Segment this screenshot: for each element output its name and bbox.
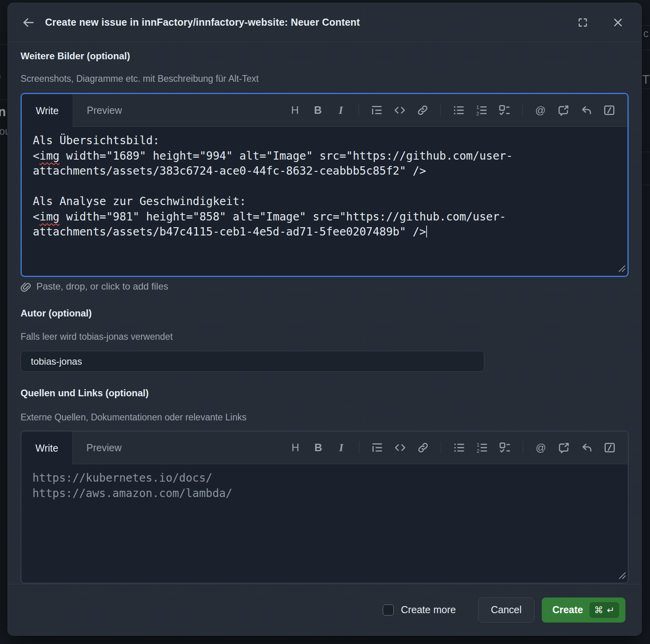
attach-files-button[interactable]: Paste, drop, or click to add files (21, 279, 168, 294)
svg-text:2: 2 (477, 448, 480, 454)
author-input[interactable] (21, 351, 484, 372)
create-more-label[interactable]: Create more (401, 604, 456, 616)
issue-body-textarea[interactable]: Als Übersichtsbild: <img width="1689" he… (22, 127, 627, 276)
background-text-fragment: ou (0, 125, 8, 137)
create-issue-dialog: Create new issue in innFactory/innfactor… (8, 3, 641, 635)
heading-icon[interactable]: H (289, 441, 302, 454)
background-text-fragment: n (0, 104, 6, 119)
background-page-left: 0 n ou (0, 0, 8, 644)
background-text-fragment: T (642, 73, 650, 87)
misspelled-word: img (40, 210, 60, 223)
create-button[interactable]: Create ⌘ ↵ (542, 597, 625, 623)
ordered-list-icon[interactable]: 12 (476, 441, 488, 454)
italic-icon[interactable]: I (334, 104, 347, 117)
paperclip-icon (21, 281, 31, 292)
resize-handle-icon[interactable] (618, 571, 626, 581)
cross-reference-icon[interactable] (557, 104, 570, 117)
expand-icon[interactable] (577, 17, 588, 28)
markdown-toolbar: HBI12@ (289, 431, 628, 464)
create-button-label: Create (552, 604, 583, 616)
misspelled-word: img (40, 149, 60, 162)
markdown-editor-images: Write Preview HBI12@ Als Übersichtsbild:… (21, 93, 629, 277)
mention-icon[interactable]: @ (535, 441, 547, 454)
author-section-description: Falls leer wird tobias-jonas verwendet (21, 331, 629, 342)
background-page-right: c T (641, 0, 650, 644)
background-divider (641, 152, 650, 152)
links-section-description: Externe Quellen, Dokumentationen oder re… (21, 412, 629, 423)
tab-preview[interactable]: Preview (73, 431, 135, 464)
dialog-title: Create new issue in innFactory/innfactor… (45, 17, 360, 28)
images-section-heading: Weitere Bilder (optional) (21, 51, 629, 62)
quote-icon[interactable] (371, 441, 384, 454)
link-icon[interactable] (417, 441, 429, 454)
images-section-description: Screenshots, Diagramme etc. mit Beschrei… (21, 73, 629, 84)
tab-write[interactable]: Write (22, 94, 73, 127)
bold-icon[interactable]: B (312, 104, 324, 117)
slash-command-icon[interactable] (603, 441, 616, 454)
toolbar-divider (359, 104, 359, 117)
code-icon[interactable] (394, 441, 406, 454)
italic-icon[interactable]: I (335, 441, 348, 454)
task-list-icon[interactable] (498, 104, 511, 117)
author-section-heading: Autor (optional) (21, 308, 629, 319)
textarea-content: https://kubernetes.io/docs/ https://aws.… (21, 464, 628, 507)
editor-tab-bar: Write Preview HBI12@ (21, 431, 628, 464)
command-key-icon: ⌘ (594, 605, 603, 615)
background-divider (641, 50, 650, 50)
ordered-list-icon[interactable]: 12 (475, 104, 488, 117)
markdown-editor-links: Write Preview HBI12@ https://kubernetes.… (21, 431, 629, 584)
svg-text:2: 2 (476, 111, 479, 116)
background-divider (641, 89, 650, 89)
background-divider (0, 100, 8, 100)
quote-icon[interactable] (370, 104, 383, 117)
resize-handle-icon[interactable] (618, 264, 625, 274)
return-key-icon: ↵ (607, 605, 614, 615)
dialog-header: Create new issue in innFactory/innfactor… (8, 3, 641, 42)
markdown-toolbar: HBI12@ (289, 94, 627, 126)
toolbar-divider (441, 441, 441, 454)
text-caret (426, 226, 427, 237)
editor-tab-bar: Write Preview HBI12@ (22, 94, 627, 127)
background-divider (641, 25, 650, 26)
links-section-heading: Quellen und Links (optional) (21, 388, 629, 399)
background-text-fragment: c (643, 28, 649, 40)
code-icon[interactable] (393, 104, 406, 117)
reply-icon[interactable] (580, 104, 593, 117)
cancel-button[interactable]: Cancel (478, 597, 535, 623)
background-divider (0, 44, 8, 45)
toolbar-divider (522, 104, 523, 117)
textarea-content: Als Übersichtsbild: <img width="1689" he… (22, 127, 627, 246)
cross-reference-icon[interactable] (557, 441, 570, 454)
toolbar-divider (359, 441, 359, 454)
background-divider (641, 185, 650, 185)
mention-icon[interactable]: @ (534, 104, 547, 117)
tab-write[interactable]: Write (21, 431, 73, 465)
unordered-list-icon[interactable] (452, 104, 465, 117)
toolbar-divider (440, 104, 441, 117)
reply-icon[interactable] (580, 441, 593, 454)
back-icon[interactable] (22, 16, 35, 29)
svg-text:1: 1 (477, 442, 480, 448)
close-icon[interactable] (612, 17, 624, 28)
links-body-textarea[interactable]: https://kubernetes.io/docs/ https://aws.… (21, 464, 628, 583)
dialog-body: Weitere Bilder (optional) Screenshots, D… (8, 42, 641, 584)
unordered-list-icon[interactable] (453, 441, 465, 454)
task-list-icon[interactable] (499, 441, 511, 454)
create-more-checkbox[interactable] (383, 604, 394, 616)
background-text-fragment: 0 (0, 70, 1, 84)
attach-files-label: Paste, drop, or click to add files (36, 281, 168, 292)
bold-icon[interactable]: B (312, 441, 325, 454)
toolbar-divider (523, 441, 523, 454)
keyboard-shortcut-badge: ⌘ ↵ (590, 602, 619, 618)
heading-icon[interactable]: H (289, 104, 301, 117)
dialog-footer: Create more Cancel Create ⌘ ↵ (8, 584, 641, 635)
tab-preview[interactable]: Preview (73, 94, 136, 126)
link-icon[interactable] (416, 104, 429, 117)
slash-command-icon[interactable] (603, 104, 616, 117)
svg-text:1: 1 (476, 104, 479, 110)
